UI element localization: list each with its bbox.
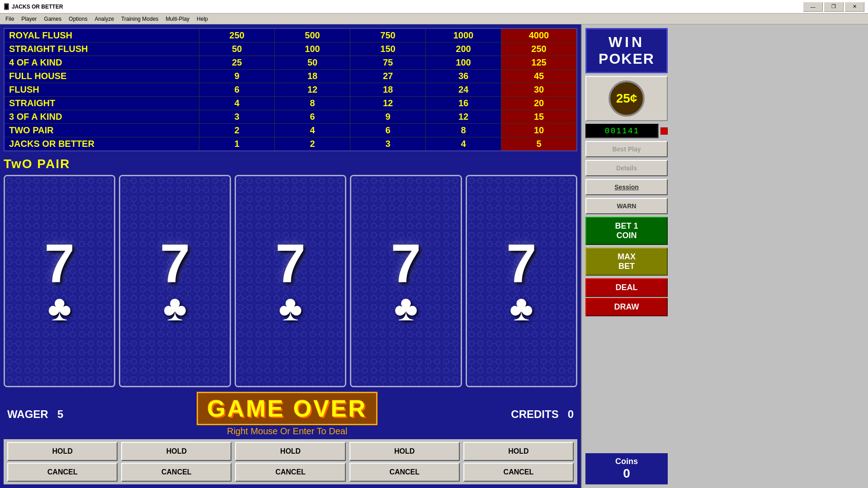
- pay-col: 12: [350, 97, 425, 110]
- card-content: 7 ♣: [391, 236, 421, 326]
- title-bar-right[interactable]: — ❐ ✕: [803, 2, 864, 12]
- pay-col: 100: [425, 56, 501, 69]
- pay-col: 9: [199, 70, 274, 83]
- pay-col: 250: [199, 29, 274, 42]
- maximize-button[interactable]: ❐: [824, 2, 844, 12]
- details-button[interactable]: Details: [585, 160, 668, 176]
- pay-col: 9: [350, 110, 425, 123]
- card-content: 7 ♣: [506, 236, 537, 326]
- coins-value: 0: [623, 466, 630, 481]
- pay-col: 20: [501, 97, 576, 110]
- close-button[interactable]: ✕: [844, 2, 864, 12]
- pay-row: FLUSH612182430: [5, 83, 576, 97]
- cancel-button-3[interactable]: CANCEL: [235, 463, 345, 482]
- hold-btn-group: HOLDCANCEL: [349, 442, 460, 482]
- pay-col: 30: [501, 83, 576, 96]
- draw-button[interactable]: DRAW: [585, 298, 668, 316]
- menu-help[interactable]: Help: [193, 15, 212, 23]
- pay-col: 1: [199, 137, 274, 150]
- pay-col: 6: [199, 83, 274, 96]
- pay-col: 45: [501, 70, 576, 83]
- wager-credits-row: WAGER 5 GAME OVER Right Mouse Or Enter T…: [4, 391, 577, 437]
- hold-button-2[interactable]: HOLD: [121, 442, 231, 461]
- pay-col: 500: [274, 29, 350, 42]
- wager-label: WAGER: [7, 408, 48, 421]
- pay-col: 125: [501, 56, 576, 69]
- card-content: 7 ♣: [160, 236, 190, 326]
- hold-button-5[interactable]: HOLD: [463, 442, 574, 461]
- coin-denomination[interactable]: 25¢: [585, 76, 668, 121]
- cancel-button-2[interactable]: CANCEL: [121, 463, 231, 482]
- menu-options[interactable]: Options: [65, 15, 91, 23]
- pay-row-name: 3 OF A KIND: [5, 110, 199, 123]
- menu-multiplay[interactable]: Multi-Play: [162, 15, 193, 23]
- pay-col: 24: [425, 83, 501, 96]
- app-icon: 🂠: [4, 4, 9, 10]
- pay-col: 100: [274, 42, 350, 56]
- pay-row-name: STRAIGHT: [5, 97, 199, 110]
- credits-value: 0: [568, 408, 574, 421]
- menu-file[interactable]: File: [2, 15, 18, 23]
- deal-button[interactable]: DEAL: [585, 278, 668, 297]
- pay-col: 27: [350, 70, 425, 83]
- warn-button[interactable]: WARN: [585, 198, 668, 214]
- wager-section: WAGER 5: [7, 408, 63, 421]
- cancel-button-5[interactable]: CANCEL: [463, 463, 574, 482]
- app-title: JACKS OR BETTER: [12, 4, 63, 10]
- logo-win: WIN: [609, 34, 645, 51]
- hold-button-3[interactable]: HOLD: [235, 442, 345, 461]
- card-suit: ♣: [394, 290, 418, 326]
- card-suit: ♣: [47, 290, 71, 326]
- credits-box: 001141: [585, 124, 659, 138]
- card-value: 7: [506, 236, 537, 290]
- best-play-button[interactable]: Best Play: [585, 141, 668, 157]
- hold-button-1[interactable]: HOLD: [7, 442, 118, 461]
- menu-analyze[interactable]: Analyze: [91, 15, 118, 23]
- pay-col: 2: [274, 137, 350, 150]
- hold-btn-group: HOLDCANCEL: [235, 442, 345, 482]
- pay-col: 12: [425, 110, 501, 123]
- pay-row-name: 4 OF A KIND: [5, 56, 199, 69]
- pay-col: 5: [501, 137, 576, 150]
- pay-col: 3: [199, 110, 274, 123]
- game-over-container: GAME OVER Right Mouse Or Enter To Deal: [197, 392, 377, 436]
- bet1-coin-button[interactable]: BET 1 COIN: [585, 217, 668, 245]
- card: 7 ♣: [119, 175, 231, 387]
- cancel-button-1[interactable]: CANCEL: [7, 463, 118, 482]
- pay-col: 4: [274, 124, 350, 137]
- pay-col: 25: [199, 56, 274, 69]
- title-bar-left: 🂠 JACKS OR BETTER: [4, 4, 63, 10]
- menu-training[interactable]: Training Modes: [118, 15, 162, 23]
- pay-row-name: FLUSH: [5, 83, 199, 96]
- credits-display: 001141: [585, 124, 668, 138]
- pay-col: 3: [350, 137, 425, 150]
- card: 7 ♣: [350, 175, 462, 387]
- hold-button-4[interactable]: HOLD: [349, 442, 460, 461]
- pay-col: 750: [350, 29, 425, 42]
- coins-section: Coins 0: [585, 453, 668, 484]
- pay-col: 1000: [425, 29, 501, 42]
- pay-col: 2: [199, 124, 274, 137]
- cancel-button-4[interactable]: CANCEL: [349, 463, 460, 482]
- pay-col: 12: [274, 83, 350, 96]
- session-button[interactable]: Session: [585, 179, 668, 195]
- card: 7 ♣: [235, 175, 346, 387]
- card-content: 7 ♣: [44, 236, 75, 326]
- pay-col: 8: [274, 97, 350, 110]
- minimize-button[interactable]: —: [803, 2, 823, 12]
- card-value: 7: [275, 236, 306, 290]
- wager-value: 5: [57, 408, 63, 421]
- pay-row-name: JACKS OR BETTER: [5, 137, 199, 150]
- menu-games[interactable]: Games: [40, 15, 65, 23]
- denom-display: 25¢: [609, 80, 645, 117]
- pay-row: 4 OF A KIND255075100125: [5, 56, 576, 70]
- pay-col: 50: [274, 56, 350, 69]
- pay-col: 75: [350, 56, 425, 69]
- card-suit: ♣: [509, 290, 533, 326]
- max-bet-button[interactable]: MAX BET: [585, 248, 668, 276]
- pay-col: 18: [350, 83, 425, 96]
- menu-player[interactable]: Player: [18, 15, 40, 23]
- card-value: 7: [160, 236, 190, 290]
- deal-hint: Right Mouse Or Enter To Deal: [227, 426, 347, 436]
- pay-row: ROYAL FLUSH25050075010004000: [5, 29, 576, 42]
